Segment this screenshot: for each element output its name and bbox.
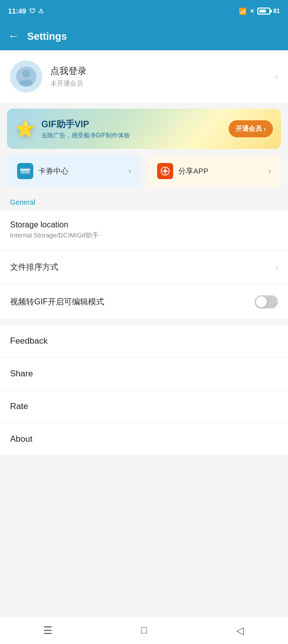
rate-label: Rate <box>10 401 28 411</box>
battery-level: 81 <box>273 8 280 15</box>
avatar <box>10 60 42 93</box>
status-left: 11:49 🛡 ⚠ <box>8 7 44 15</box>
nav-back-button[interactable]: ◁ <box>230 620 250 640</box>
svg-point-0 <box>22 69 30 77</box>
rate-item[interactable]: Rate <box>0 390 288 423</box>
storage-sub: Internal Storage/DCIM/Gif助手 <box>10 231 278 240</box>
coupon-action[interactable]: 卡券中心 › <box>7 155 141 187</box>
share-item[interactable]: Share <box>0 358 288 390</box>
status-right: 📶 ✕ 81 <box>239 8 280 15</box>
storage-item[interactable]: Storage location Internal Storage/DCIM/G… <box>0 210 288 251</box>
toggle-knob <box>256 296 267 307</box>
time: 11:49 <box>8 7 26 15</box>
vip-subtitle: 去除广告，感受极净GIF制作体验 <box>41 131 223 140</box>
back-button[interactable]: ← <box>8 31 19 42</box>
editmode-item[interactable]: 视频转GIF开启可编辑模式 <box>0 285 288 319</box>
content: 点我登录 未开通会员 › ⭐ GIF助手VIP 去除广告，感受极净GIF制作体验… <box>0 50 288 496</box>
feedback-item[interactable]: Feedback <box>0 325 288 358</box>
home-icon: □ <box>141 624 147 636</box>
storage-title: Storage location <box>10 220 278 229</box>
nav-menu-button[interactable]: ☰ <box>38 620 58 640</box>
svg-rect-5 <box>26 172 29 173</box>
storage-content: Storage location Internal Storage/DCIM/G… <box>10 220 278 240</box>
menu-items: Feedback Share Rate About <box>0 325 288 455</box>
profile-info: 点我登录 未开通会员 <box>50 65 267 88</box>
sort-arrow-icon: › <box>275 262 278 273</box>
alert-icon: ⚠ <box>38 8 44 15</box>
profile-arrow-icon: › <box>275 71 278 82</box>
vip-banner[interactable]: ⭐ GIF助手VIP 去除广告，感受极净GIF制作体验 开通会员 › ✦ ✦ ✧ <box>7 109 281 149</box>
svg-rect-4 <box>22 172 25 173</box>
vip-arrow-icon: › <box>264 125 266 133</box>
share-icon <box>157 163 173 179</box>
svg-point-7 <box>164 170 167 173</box>
coupon-arrow-icon: › <box>128 167 131 176</box>
share-arrow-icon: › <box>268 167 271 176</box>
editmode-right <box>255 295 278 308</box>
svg-point-1 <box>19 79 33 87</box>
share-app-label: 分享APP <box>178 167 208 176</box>
status-bar: 11:49 🛡 ⚠ 📶 ✕ 81 <box>0 0 288 22</box>
vip-button[interactable]: 开通会员 › <box>229 120 273 137</box>
mobile-data-icon: ✕ <box>250 8 254 15</box>
header: ← Settings <box>0 22 288 50</box>
battery-icon <box>257 8 270 15</box>
general-section-label: General <box>0 193 288 210</box>
login-text: 点我登录 <box>50 65 267 77</box>
svg-rect-3 <box>20 169 30 171</box>
vip-text-block: GIF助手VIP 去除广告，感受极净GIF制作体验 <box>41 118 223 140</box>
sort-right: › <box>275 262 278 273</box>
vip-star-icon: ⭐ <box>15 119 35 138</box>
hamburger-icon: ☰ <box>43 624 52 636</box>
profile-section[interactable]: 点我登录 未开通会员 › <box>0 50 288 103</box>
coupon-label: 卡券中心 <box>38 167 68 176</box>
wifi-icon: 📶 <box>239 8 247 15</box>
editmode-toggle[interactable] <box>255 295 278 308</box>
vip-button-label: 开通会员 <box>236 124 262 133</box>
vip-title: GIF助手VIP <box>41 118 223 130</box>
sort-title: 文件排序方式 <box>10 262 275 273</box>
editmode-content: 视频转GIF开启可编辑模式 <box>10 297 255 307</box>
coupon-icon <box>17 163 33 179</box>
page-title: Settings <box>27 31 67 42</box>
nav-home-button[interactable]: □ <box>134 620 154 640</box>
share-label: Share <box>10 369 33 378</box>
sort-content: 文件排序方式 <box>10 262 275 273</box>
quick-actions: 卡券中心 › 分享APP › <box>7 155 281 187</box>
deco-star1: ✦ <box>227 113 231 117</box>
share-app-action[interactable]: 分享APP › <box>147 155 281 187</box>
member-status: 未开通会员 <box>50 79 267 88</box>
sort-item[interactable]: 文件排序方式 › <box>0 251 288 285</box>
svg-rect-2 <box>20 168 30 174</box>
about-label: About <box>10 434 32 444</box>
about-item[interactable]: About <box>0 423 288 455</box>
feedback-label: Feedback <box>10 336 48 346</box>
nav-bar: ☰ □ ◁ <box>0 616 288 644</box>
shield-icon: 🛡 <box>29 8 35 15</box>
editmode-title: 视频转GIF开启可编辑模式 <box>10 297 255 307</box>
back-icon: ◁ <box>236 624 244 636</box>
deco-star2: ✦ <box>198 140 200 144</box>
settings-group: Storage location Internal Storage/DCIM/G… <box>0 210 288 319</box>
deco-star3: ✧ <box>62 116 65 120</box>
